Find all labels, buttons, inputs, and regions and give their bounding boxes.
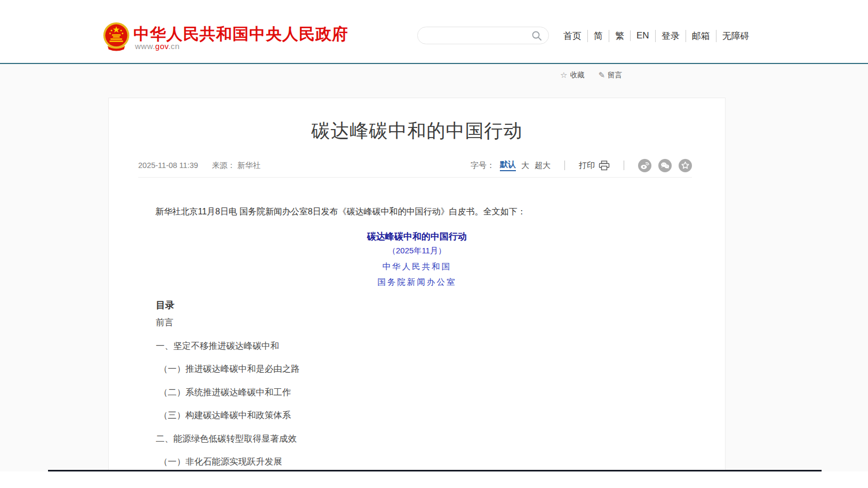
search-box[interactable] — [417, 27, 549, 44]
bottom-strip — [0, 471, 868, 488]
font-size-large[interactable]: 大 — [521, 161, 529, 171]
article-meta-right: 字号： 默认 大 超大 打印 — [471, 159, 692, 172]
meta-divider — [138, 177, 692, 178]
article-intro: 新华社北京11月8日电 国务院新闻办公室8日发布《碳达峰碳中和的中国行动》白皮书… — [138, 205, 696, 218]
search-input[interactable] — [426, 31, 531, 40]
whitepaper-date: （2025年11月） — [109, 246, 725, 256]
site-header: 中华人民共和国中央人民政府 www.gov.cn 首页 简 繁 EN 登录 邮箱… — [0, 0, 868, 64]
article-title: 碳达峰碳中和的中国行动 — [109, 118, 725, 143]
separator — [624, 161, 624, 170]
font-size-default[interactable]: 默认 — [500, 159, 516, 171]
favorite-star-icon: ☆ — [560, 70, 567, 80]
page: 中华人民共和国中央人民政府 www.gov.cn 首页 简 繁 EN 登录 邮箱… — [0, 0, 868, 488]
toc-item-section1: 一、坚定不移推进碳达峰碳中和 — [156, 341, 300, 350]
more-share-star-icon[interactable] — [679, 159, 692, 172]
share-icons — [638, 159, 692, 172]
source-label: 来源： — [212, 161, 235, 170]
toc-item-section2: 二、能源绿色低碳转型取得显著成效 — [156, 434, 300, 443]
nav-traditional[interactable]: 繁 — [609, 30, 630, 42]
favorite-label: 收藏 — [570, 70, 584, 80]
url-highlight: gov — [155, 42, 169, 51]
nav-simplified[interactable]: 简 — [587, 30, 609, 42]
table-of-contents: 前言 一、坚定不移推进碳达峰碳中和 （一）推进碳达峰碳中和是必由之路 （二）系统… — [156, 318, 300, 481]
national-emblem-icon — [102, 22, 131, 52]
print-label: 打印 — [579, 161, 595, 171]
wechat-share-icon[interactable] — [658, 159, 672, 172]
favorite-button[interactable]: ☆ 收藏 — [560, 70, 584, 80]
site-url: www.gov.cn — [135, 42, 180, 51]
comment-label: 留言 — [608, 70, 622, 80]
toc-item-section1-1: （一）推进碳达峰碳中和是必由之路 — [156, 364, 300, 373]
nav-home[interactable]: 首页 — [558, 30, 587, 42]
toc-item-foreword: 前言 — [156, 318, 300, 327]
top-navigation: 首页 简 繁 EN 登录 邮箱 无障碍 — [558, 29, 755, 43]
whitepaper-title: 碳达峰碳中和的中国行动 — [109, 230, 725, 243]
nav-english[interactable]: EN — [630, 30, 655, 41]
print-button[interactable]: 打印 — [579, 161, 610, 171]
article-meta-row: 2025-11-08 11:39 来源： 新华社 字号： 默认 大 超大 打印 — [138, 158, 692, 172]
font-size-xlarge[interactable]: 超大 — [535, 161, 551, 171]
toc-item-section2-1: （一）非化石能源实现跃升发展 — [156, 457, 300, 466]
search-icon[interactable] — [531, 30, 542, 41]
weibo-share-icon[interactable] — [638, 159, 651, 172]
font-size-label: 字号： — [471, 161, 495, 171]
article-card: 碳达峰碳中和的中国行动 2025-11-08 11:39 来源： 新华社 字号：… — [108, 98, 726, 488]
article-meta-left: 2025-11-08 11:39 来源： 新华社 — [138, 161, 260, 171]
nav-mail[interactable]: 邮箱 — [686, 30, 716, 42]
toc-item-section1-3: （三）构建碳达峰碳中和政策体系 — [156, 411, 300, 420]
bottom-divider — [48, 470, 822, 471]
article-date: 2025-11-08 11:39 — [138, 161, 198, 170]
toc-item-section1-2: （二）系统推进碳达峰碳中和工作 — [156, 388, 300, 397]
page-actions: ☆ 收藏 ✎ 留言 — [560, 70, 622, 80]
nav-accessibility[interactable]: 无障碍 — [716, 30, 755, 42]
url-suffix: .cn — [168, 42, 180, 51]
nav-login[interactable]: 登录 — [655, 30, 686, 42]
separator — [564, 161, 565, 170]
printer-icon — [599, 161, 610, 171]
url-prefix: www. — [135, 42, 155, 51]
source-value: 新华社 — [237, 161, 261, 170]
whitepaper-org-line1: 中华人民共和国 — [109, 261, 725, 273]
comment-button[interactable]: ✎ 留言 — [598, 70, 622, 80]
article-source: 来源： 新华社 — [212, 161, 260, 171]
comment-pencil-icon: ✎ — [598, 70, 605, 80]
toc-title: 目录 — [156, 299, 174, 311]
whitepaper-org-line2: 国务院新闻办公室 — [109, 277, 725, 288]
